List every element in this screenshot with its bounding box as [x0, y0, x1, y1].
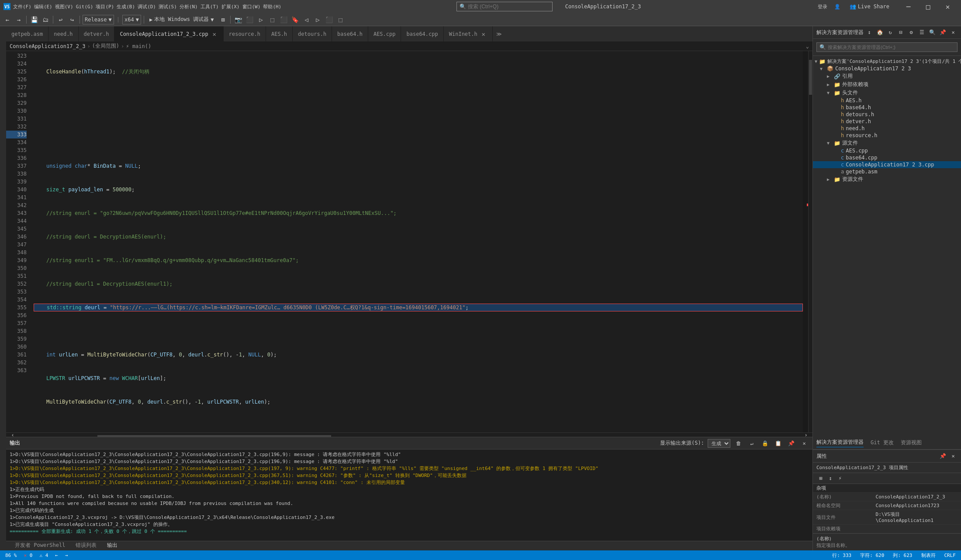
props-pin-btn[interactable]: 📌 [938, 452, 947, 460]
se-sync-btn[interactable]: ↕ [865, 28, 874, 37]
toolbar-btn-9[interactable]: ⬛ [279, 15, 288, 24]
status-warnings[interactable]: ⚠ 4 [38, 553, 50, 558]
props-sort-btn[interactable]: ↕ [826, 474, 835, 483]
breadcrumb-func[interactable]: ⚡ main() [126, 43, 151, 49]
menu-tools[interactable]: 工具(T) [200, 3, 219, 10]
status-col[interactable]: 列: 623 [891, 552, 914, 559]
undo-button[interactable]: ↩ [56, 15, 66, 24]
output-wrap-btn[interactable]: ↵ [747, 439, 757, 448]
tab-aes-cpp[interactable]: AES.cpp [368, 26, 401, 41]
menu-project[interactable]: 项目(P) [96, 3, 114, 10]
status-zoom[interactable]: 86 % [3, 553, 19, 558]
redo-button[interactable]: ↪ [67, 15, 77, 24]
props-grid-btn[interactable]: ⊞ [816, 474, 825, 483]
menu-help[interactable]: 帮助(H) [263, 3, 281, 10]
tree-detver-h[interactable]: ▶ h detver.h [813, 118, 961, 125]
tree-references[interactable]: ▶ 🔗 引用 [813, 72, 961, 80]
status-char[interactable]: 字符: 620 [858, 552, 886, 559]
save-button[interactable]: 💾 [29, 15, 39, 24]
search-input[interactable] [468, 3, 546, 10]
breadcrumb-scope[interactable]: (全局范围) [92, 42, 119, 50]
toolbar-btn-10[interactable]: ◁ [301, 15, 311, 24]
tab-solution-explorer[interactable]: 解决方案资源管理器 [816, 439, 864, 447]
props-close-btn[interactable]: ✕ [949, 452, 958, 460]
status-symbol[interactable]: 制表符 [920, 552, 937, 559]
tree-base64-cpp[interactable]: ▶ c base64.cpp [813, 154, 961, 161]
props-extra-btn[interactable]: ⚡ [836, 474, 844, 483]
minimize-button[interactable]: ─ [899, 0, 918, 13]
menu-test[interactable]: 测试(S) [159, 3, 177, 10]
output-content[interactable]: 1>D:\VS项目\ConsoleApplication17_2_3\Conso… [6, 449, 812, 541]
tree-detours-h[interactable]: ▶ h detours.h [813, 111, 961, 118]
tab-aes-h[interactable]: AES.h [266, 26, 293, 41]
se-close-btn[interactable]: ✕ [949, 28, 958, 37]
scroll-right-btn[interactable]: › [799, 433, 812, 437]
editor-scroll-area[interactable]: 323 324 325 326 327 328 329 330 331 332 … [6, 51, 812, 432]
toolbar-btn-13[interactable]: ⬚ [335, 15, 345, 24]
se-collapse-btn[interactable]: ⊟ [896, 28, 905, 37]
tab-powershell[interactable]: 开发者 PowerShell [10, 540, 70, 550]
tree-need-h[interactable]: ▶ h need.h [813, 125, 961, 132]
code-content[interactable]: CloseHandle(hThread1); //关闭句柄 unsigned c… [30, 51, 803, 432]
se-filter-btn[interactable]: ☰ [917, 28, 926, 37]
tab-main-cpp[interactable]: ConsoleApplication17_2_3.cpp ✕ [114, 26, 223, 41]
tab-resource[interactable]: resource.h [224, 26, 266, 41]
maximize-button[interactable]: □ [918, 0, 938, 13]
window-controls[interactable]: ─ □ ✕ [899, 0, 958, 13]
tab-detours[interactable]: detours.h [293, 26, 332, 41]
menu-edit[interactable]: 编辑(E) [34, 3, 52, 10]
config-dropdown[interactable]: Release ▼ [83, 15, 114, 24]
output-close-btn[interactable]: ✕ [799, 439, 809, 448]
output-copy-btn[interactable]: 📋 [773, 439, 783, 448]
tab-base64-cpp[interactable]: base64.cpp [401, 26, 443, 41]
output-lock-btn[interactable]: 🔒 [760, 439, 770, 448]
output-source-select[interactable]: 生成 [708, 439, 730, 448]
back-button[interactable]: ← [3, 15, 12, 24]
tree-external-deps[interactable]: ▶ 📁 外部依赖项 [813, 80, 961, 89]
scrollbar-thumb[interactable] [809, 60, 812, 95]
se-home-btn[interactable]: 🏠 [875, 28, 884, 37]
tree-project[interactable]: ▼ 📦 ConsoleApplication17 2 3 [813, 65, 961, 72]
menu-analyze[interactable]: 分析(N) [180, 3, 198, 10]
camera-button[interactable]: 📷 [233, 15, 243, 24]
breadcrumb-collapse-icon[interactable]: ⌄ [806, 43, 809, 49]
status-nav-left[interactable]: ← [53, 553, 60, 558]
menu-file[interactable]: 文件(F) [13, 3, 31, 10]
tab-output[interactable]: 输出 [102, 540, 123, 550]
solution-search-input[interactable] [828, 45, 954, 50]
tree-headers[interactable]: ▼ 📁 头文件 [813, 89, 961, 97]
save-all-button[interactable]: 🗂 [41, 15, 50, 24]
status-line[interactable]: 行: 333 [830, 552, 853, 559]
tab-git-changes[interactable]: Git 更改 [871, 439, 894, 447]
bookmark-button[interactable]: 🔖 [290, 15, 300, 24]
menu-view[interactable]: 视图(V) [55, 3, 73, 10]
status-encoding[interactable]: CRLF [943, 553, 958, 558]
tree-getpeb-asm[interactable]: ▶ a getpeb.asm [813, 168, 961, 175]
tab-base64-h[interactable]: base64.h [332, 26, 368, 41]
tree-resource-h[interactable]: ▶ h resource.h [813, 132, 961, 139]
tab-close-icon[interactable]: ✕ [211, 31, 218, 38]
toolbar-btn-11[interactable]: ▷ [313, 15, 322, 24]
tree-source-files[interactable]: ▼ 📁 源文件 [813, 139, 961, 147]
status-nav-right[interactable]: → [63, 553, 70, 558]
tree-aes-h[interactable]: ▶ h AES.h [813, 97, 961, 104]
search-box[interactable]: 🔍 [456, 2, 553, 11]
close-button[interactable]: ✕ [938, 0, 958, 13]
se-search-btn[interactable]: 🔍 [928, 28, 937, 37]
forward-button[interactable]: → [14, 15, 24, 24]
solution-explorer-search[interactable]: 🔍 [816, 42, 958, 52]
menu-git[interactable]: Git(G) [76, 4, 93, 10]
tab-overflow-button[interactable]: ≫ [493, 26, 505, 41]
menu-window[interactable]: 窗口(W) [242, 3, 261, 10]
status-errors[interactable]: ✕ 0 [22, 553, 35, 558]
platform-dropdown[interactable]: x64 ▼ [122, 15, 141, 24]
toolbar-btn-8[interactable]: ⬚ [267, 15, 277, 24]
menu-build[interactable]: 生成(B) [117, 3, 135, 10]
live-share-button[interactable]: 👥 Live Share [846, 2, 893, 11]
attach-button[interactable]: ⊞ [218, 15, 228, 24]
se-pin-btn[interactable]: 📌 [938, 28, 947, 37]
toolbar-btn-6[interactable]: ⬛ [245, 15, 254, 24]
menu-debug[interactable]: 调试(D) [138, 3, 156, 10]
tree-solution-root[interactable]: ▼ 📁 解决方案'ConsoleApplication17 2 3'(1个项目/… [813, 58, 961, 65]
run-button[interactable]: ▶ 本地 Windows 调试器 ▼ [147, 15, 217, 24]
